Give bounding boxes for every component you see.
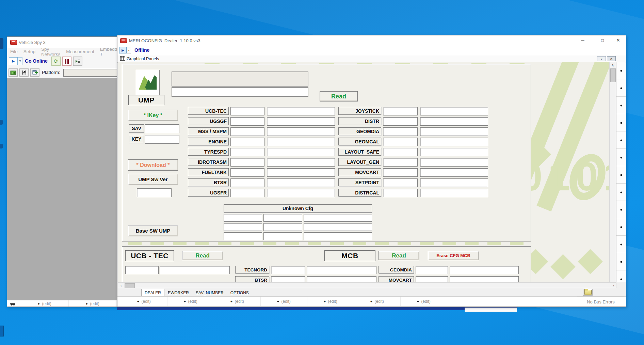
unknown-cfg-cell[interactable] — [263, 223, 302, 231]
vs-platform-input[interactable] — [63, 69, 118, 77]
status-edit-item[interactable]: (edit) — [307, 297, 354, 306]
config-desc-field[interactable] — [267, 117, 335, 126]
vs-status-edit-item[interactable]: (edit) — [69, 300, 117, 307]
vs-play-dropdown-button[interactable]: ▼ — [18, 57, 22, 65]
config-value-field[interactable] — [383, 107, 418, 115]
config-value-field[interactable] — [383, 117, 418, 126]
status-edit-item[interactable]: (edit) — [167, 297, 214, 306]
maximize-button[interactable]: □ — [597, 37, 608, 44]
ump-sw-ver-button[interactable]: UMP Sw Ver — [128, 174, 178, 185]
ucb-value-field[interactable] — [125, 266, 159, 274]
merlo-tab[interactable]: OPTIONS — [227, 289, 252, 297]
config-value-field[interactable] — [383, 127, 418, 136]
vs-go-online-label[interactable]: Go Online — [25, 58, 48, 64]
unknown-cfg-cell[interactable] — [304, 232, 372, 240]
config-value-field[interactable] — [230, 107, 264, 115]
merlo-tab[interactable]: EWORKER — [164, 289, 192, 297]
config-value-field[interactable] — [230, 189, 264, 197]
ump-info-field-top[interactable] — [172, 72, 308, 87]
unknown-cfg-cell[interactable] — [224, 214, 262, 222]
vs-step-button[interactable] — [73, 57, 82, 66]
config-value-field[interactable] — [383, 148, 418, 156]
config-value-field[interactable] — [383, 158, 418, 167]
config-value-field[interactable] — [383, 138, 418, 146]
config-desc-field[interactable] — [420, 189, 488, 197]
config-value-field[interactable] — [230, 127, 264, 136]
vs-setup-button[interactable] — [30, 68, 39, 77]
config-desc-field[interactable] — [450, 266, 519, 274]
ump-sw-ver-field[interactable] — [137, 188, 172, 197]
vs-menu-item[interactable]: Setup — [23, 49, 35, 54]
config-value-field[interactable] — [383, 178, 418, 187]
merlo-tab[interactable]: DEALER — [141, 289, 164, 297]
config-value-field[interactable] — [230, 148, 264, 156]
config-desc-field[interactable] — [267, 158, 335, 167]
ucb-read-button[interactable]: Read — [182, 251, 223, 260]
config-desc-field[interactable] — [267, 138, 335, 146]
vs-menu-item[interactable]: File — [10, 49, 18, 54]
panel-collapse-button[interactable]: ∨ — [597, 56, 606, 61]
ump-info-field-bottom[interactable] — [172, 87, 308, 97]
vs-menu-item[interactable]: Embedded T — [100, 47, 119, 57]
config-desc-field[interactable] — [307, 266, 376, 274]
vs-go-online-play-button[interactable]: ▶ — [9, 57, 18, 65]
vertical-scroll-thumb[interactable] — [610, 68, 616, 82]
config-value-field[interactable] — [383, 168, 418, 177]
scroll-right-arrow[interactable]: › — [611, 283, 616, 287]
unknown-cfg-cell[interactable] — [304, 214, 372, 222]
vs-save-button[interactable] — [19, 68, 29, 77]
unknown-cfg-cell[interactable] — [224, 232, 262, 240]
merlo-go-online-play-button[interactable]: ▶ — [119, 47, 127, 53]
config-value-field[interactable] — [230, 178, 264, 187]
config-desc-field[interactable] — [420, 107, 488, 115]
download-button[interactable]: * Download * — [128, 159, 178, 171]
vs-refresh-button[interactable]: ⟳ — [51, 57, 61, 66]
status-edit-item[interactable]: (edit) — [401, 297, 447, 306]
merlo-titlebar[interactable]: MERLOCONFIG_Dealer_1.10.0.vs3 - ─ □ ✕ — [117, 35, 626, 46]
config-desc-field[interactable] — [267, 189, 335, 197]
config-value-field[interactable] — [230, 158, 264, 167]
config-value-field[interactable] — [230, 117, 264, 126]
config-desc-field[interactable] — [267, 107, 335, 115]
config-desc-field[interactable] — [420, 117, 488, 126]
status-edit-item[interactable]: (edit) — [261, 297, 307, 306]
sav-input[interactable] — [145, 124, 179, 133]
config-desc-field[interactable] — [267, 168, 335, 177]
merlo-play-dropdown-button[interactable]: ▼ — [127, 47, 131, 53]
config-desc-field[interactable] — [267, 148, 335, 156]
config-value-field[interactable] — [230, 168, 264, 177]
config-value-field[interactable] — [271, 276, 305, 282]
vs-menu-item[interactable]: Spy Networks — [41, 47, 60, 57]
config-desc-field[interactable] — [420, 138, 488, 146]
scroll-left-arrow[interactable]: ‹ — [119, 283, 124, 287]
config-value-field[interactable] — [383, 189, 418, 197]
config-desc-field[interactable] — [307, 276, 376, 282]
base-sw-ump-button[interactable]: Base SW UMP — [128, 225, 178, 236]
config-desc-field[interactable] — [420, 148, 488, 156]
close-button[interactable]: ✕ — [613, 37, 623, 44]
unknown-cfg-cell[interactable] — [263, 214, 302, 222]
config-desc-field[interactable] — [420, 127, 488, 136]
panel-close-button[interactable]: ✕ — [607, 56, 616, 61]
vs-network-button[interactable] — [9, 68, 18, 77]
config-desc-field[interactable] — [420, 168, 488, 177]
status-edit-item[interactable]: (edit) — [354, 297, 401, 306]
unknown-cfg-cell[interactable] — [263, 232, 302, 240]
config-value-field[interactable] — [416, 276, 448, 282]
vs-status-edit-item[interactable]: (edit) — [21, 300, 69, 307]
ucb-desc-field[interactable] — [160, 266, 230, 274]
ump-read-button[interactable]: Read — [320, 91, 358, 101]
open-panel-button[interactable] — [583, 289, 593, 296]
config-desc-field[interactable] — [267, 127, 335, 136]
vs-menu-item[interactable]: Measurement — [66, 49, 94, 54]
config-value-field[interactable] — [230, 138, 264, 146]
config-desc-field[interactable] — [420, 158, 488, 167]
mcb-read-button[interactable]: Read — [379, 251, 419, 260]
status-edit-item[interactable]: (edit) — [214, 297, 261, 306]
ikey-button[interactable]: * IKey * — [128, 110, 178, 121]
status-edit-item[interactable]: (edit) — [121, 297, 167, 306]
unknown-cfg-cell[interactable] — [224, 223, 262, 231]
scroll-up-arrow[interactable]: ∧ — [610, 63, 616, 67]
config-desc-field[interactable] — [267, 178, 335, 187]
config-desc-field[interactable] — [450, 276, 519, 282]
